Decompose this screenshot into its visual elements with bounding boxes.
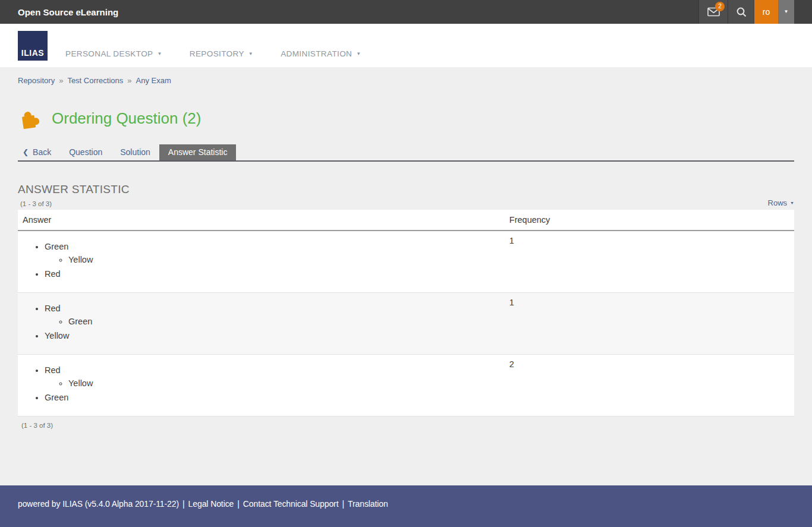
ilias-logo[interactable]: ILIAS xyxy=(18,31,48,61)
caret-down-icon: ▼ xyxy=(248,52,253,56)
page-title-row: Ordering Question (2) xyxy=(0,85,812,130)
mail-badge: 2 xyxy=(715,2,725,11)
table-row: Red Green Yellow 1 xyxy=(18,293,794,355)
column-header-answer: Answer xyxy=(18,210,505,231)
nav-label: REPOSITORY xyxy=(190,49,244,58)
frequency-cell: 1 xyxy=(505,293,794,355)
answer-subitem: Green xyxy=(68,317,92,326)
caret-down-icon: ▼ xyxy=(157,52,162,56)
page-title: Ordering Question (2) xyxy=(52,109,201,128)
answer-cell: Red Yellow Green xyxy=(18,355,505,416)
answer-subitem: Yellow xyxy=(68,255,93,264)
answer-item: Green xyxy=(45,393,68,402)
section-heading: ANSWER STATISTIC xyxy=(18,183,794,196)
user-menu-toggle[interactable]: ▼ xyxy=(778,0,794,24)
range-indicator-bottom: (1 - 3 of 3) xyxy=(21,422,794,429)
nav-label: PERSONAL DESKTOP xyxy=(65,49,153,58)
caret-down-icon: ▼ xyxy=(784,10,789,14)
tab-label: Question xyxy=(69,147,102,157)
breadcrumb-any-exam[interactable]: Any Exam xyxy=(136,76,171,85)
answer-item: Red xyxy=(45,269,61,279)
user-button[interactable]: ro xyxy=(754,0,778,24)
tab-bar: ❮ Back Question Solution Answer Statisti… xyxy=(18,144,794,162)
footer-link-contact-support[interactable]: Contact Technical Support xyxy=(243,499,339,509)
caret-down-icon: ▼ xyxy=(356,52,361,56)
frequency-cell: 2 xyxy=(505,355,794,416)
footer-link-legal-notice[interactable]: Legal Notice xyxy=(188,499,234,509)
content-area: Repository»Test Corrections»Any Exam Ord… xyxy=(0,67,812,485)
answer-cell: Red Green Yellow xyxy=(18,293,505,355)
tab-back[interactable]: ❮ Back xyxy=(18,144,60,160)
tab-back-label: Back xyxy=(33,147,51,157)
answer-subitem: Yellow xyxy=(68,378,93,388)
footer: powered by ILIAS (v5.4.0 Alpha 2017-11-2… xyxy=(0,485,812,527)
nav-administration[interactable]: ADMINISTRATION ▼ xyxy=(281,49,361,58)
table-row: Green Yellow Red 1 xyxy=(18,231,794,293)
nav-repository[interactable]: REPOSITORY ▼ xyxy=(190,49,253,58)
tab-label: Answer Statistic xyxy=(168,147,228,157)
nav-personal-desktop[interactable]: PERSONAL DESKTOP ▼ xyxy=(65,49,162,58)
footer-link-translation[interactable]: Translation xyxy=(348,499,388,509)
table-header-row: Answer Frequency xyxy=(18,210,794,231)
top-bar: Open Source eLearning 2 ro ▼ xyxy=(0,0,812,24)
rows-dropdown[interactable]: Rows ▼ xyxy=(768,198,794,207)
footer-powered-by: powered by ILIAS (v5.4.0 Alpha 2017-11-2… xyxy=(18,499,179,509)
answer-cell: Green Yellow Red xyxy=(18,231,505,293)
answer-statistic-table: Answer Frequency Green Yellow Red 1 xyxy=(18,210,794,416)
frequency-cell: 1 xyxy=(505,231,794,293)
nav-label: ADMINISTRATION xyxy=(281,49,352,58)
breadcrumb: Repository»Test Corrections»Any Exam xyxy=(0,67,812,85)
answer-item: Yellow xyxy=(45,331,69,340)
tab-label: Solution xyxy=(120,147,150,157)
column-header-frequency: Frequency xyxy=(505,210,794,231)
tab-answer-statistic[interactable]: Answer Statistic xyxy=(159,144,237,160)
table-row: Red Yellow Green 2 xyxy=(18,355,794,416)
footer-separator: | xyxy=(237,499,240,509)
breadcrumb-separator: » xyxy=(127,76,131,85)
puzzle-piece-icon xyxy=(18,106,42,130)
chevron-left-icon: ❮ xyxy=(23,149,29,156)
answer-item: Red xyxy=(45,365,61,375)
breadcrumb-test-corrections[interactable]: Test Corrections xyxy=(67,76,123,85)
footer-separator: | xyxy=(342,499,344,509)
main-nav: PERSONAL DESKTOP ▼ REPOSITORY ▼ ADMINIST… xyxy=(65,49,361,67)
answer-item: Red xyxy=(45,304,61,313)
mail-button[interactable]: 2 xyxy=(698,0,728,24)
search-icon xyxy=(736,7,747,17)
topbar-buttons: 2 ro ▼ xyxy=(698,0,794,24)
breadcrumb-repository[interactable]: Repository xyxy=(18,76,55,85)
tab-solution[interactable]: Solution xyxy=(111,144,159,160)
search-button[interactable] xyxy=(728,0,754,24)
answer-statistic-section: ANSWER STATISTIC (1 - 3 of 3) Rows ▼ Ans… xyxy=(0,183,812,429)
footer-separator: | xyxy=(182,499,185,509)
caret-down-icon: ▼ xyxy=(790,201,794,205)
main-header: ILIAS PERSONAL DESKTOP ▼ REPOSITORY ▼ AD… xyxy=(0,24,812,67)
tab-question[interactable]: Question xyxy=(60,144,111,160)
app-title: Open Source eLearning xyxy=(18,7,118,17)
answer-item: Green xyxy=(45,242,68,251)
table-meta-row: (1 - 3 of 3) Rows ▼ xyxy=(18,198,794,207)
rows-dropdown-label: Rows xyxy=(768,198,788,207)
range-indicator-top: (1 - 3 of 3) xyxy=(18,200,52,207)
breadcrumb-separator: » xyxy=(59,76,63,85)
